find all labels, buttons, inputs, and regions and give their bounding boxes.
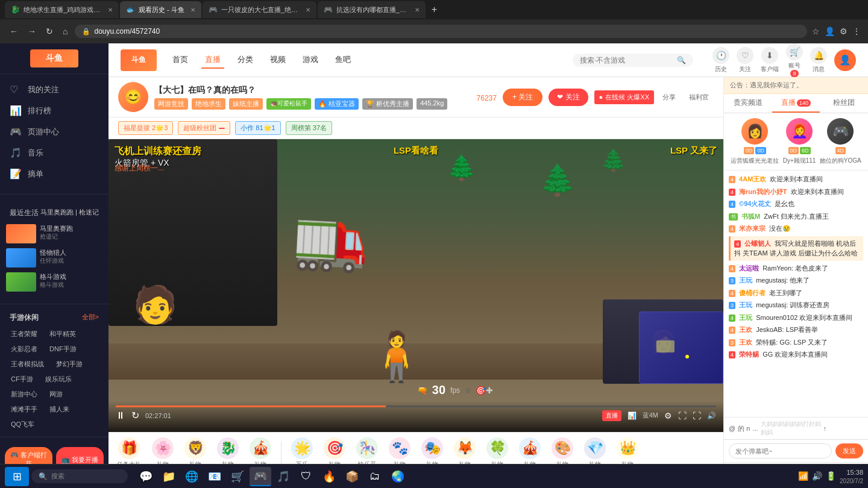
chat-tab-fans[interactable]: 粉丝团 (820, 94, 868, 113)
co-streamer-2[interactable]: 👩‍🦰 0D 6D Dy+顾现111 (783, 118, 816, 165)
tab-2[interactable]: 🐟 观看历史 - 斗鱼 ✕ (120, 1, 201, 18)
download-icon-item[interactable]: ⬇ 客户端 (761, 47, 779, 74)
see-all-button[interactable]: 全部> (82, 313, 99, 323)
address-bar[interactable]: 🔒 douyu.com/4572740 (75, 25, 807, 38)
game-tag-1[interactable]: 和平精英 (45, 328, 81, 340)
promo-tag-1[interactable]: 超级粉丝团 (178, 121, 230, 135)
heart-follow-button[interactable]: ❤ 关注 (549, 89, 588, 106)
tab-1-close[interactable]: ✕ (108, 7, 113, 13)
taskbar-icon-package[interactable]: 📦 (341, 467, 363, 486)
tab-3[interactable]: 🎮 一只彼皮的大七直播_绝地... ✕ (203, 1, 316, 18)
game-tag-9[interactable]: 网游 (45, 388, 68, 401)
recommend-item-3[interactable]: 格斗游戏 格斗游戏 (0, 270, 108, 294)
search-input[interactable] (580, 56, 673, 64)
tab-2-close[interactable]: ✕ (190, 7, 195, 13)
game-tag-4[interactable]: 王者模拟战 (6, 358, 49, 371)
new-tab-button[interactable]: + (427, 4, 442, 15)
co-streamer-3-badges: 4D (835, 147, 846, 154)
tab-3-close[interactable]: ✕ (306, 7, 310, 13)
bell-icon-item[interactable]: 🔔 消息 (810, 47, 827, 74)
chat-input[interactable] (729, 443, 832, 458)
sidebar-item-notes[interactable]: 📝 摘单 (0, 163, 108, 184)
msg-level-0: 4 (729, 176, 735, 183)
chat-tab-vip[interactable]: 贵宾频道 (724, 94, 772, 113)
promo-tag-2[interactable]: 小作 81🌟1 (235, 121, 280, 135)
home-button[interactable]: ⌂ (60, 24, 70, 39)
follow-button[interactable]: + 关注 (503, 89, 542, 106)
game-tag-8[interactable]: 新游中心 (6, 388, 42, 401)
theater-button[interactable]: ⛶ (678, 411, 687, 421)
taskbar-icon-globe[interactable]: 🌏 (387, 467, 409, 486)
taskbar-icon-music[interactable]: 🎵 (272, 467, 294, 486)
chat-tab-live[interactable]: 直播140 (772, 94, 820, 113)
game-tag-5[interactable]: 梦幻手游 (51, 358, 87, 371)
share-button[interactable]: 分享 (658, 90, 681, 104)
game-tag-11[interactable]: 捕人来 (45, 403, 74, 416)
co-streamer-3[interactable]: 🎮 4D 她位的狗YOGA (820, 118, 861, 165)
game-tag-12[interactable]: QQ飞车 (6, 418, 39, 431)
stream-info-bar: 😊 【大七】在吗？真的在吗？ 网游竞技 绝地求生 妹纸主播 🦔可爱松鼠手 🔥 桔… (108, 77, 723, 117)
sidebar-item-music[interactable]: 🎵 音乐 (0, 142, 108, 163)
menu-game[interactable]: 游戏 (299, 52, 322, 69)
menu-live[interactable]: 直播 (201, 52, 224, 69)
menu-fishbar[interactable]: 鱼吧 (332, 52, 354, 69)
game-vehicle-icon: 🚛 (291, 202, 370, 277)
game-tag-6[interactable]: CF手游 (6, 373, 38, 386)
volume-button[interactable]: 🔊 (707, 411, 716, 420)
play-pause-button[interactable]: ⏸ (116, 410, 125, 421)
game-tag-10[interactable]: 滩滩手手 (6, 403, 42, 416)
taskbar-icon-file[interactable]: 📁 (158, 467, 180, 486)
start-button[interactable]: ⊞ (5, 467, 29, 486)
msg-text-8: 老王到哪了 (769, 289, 802, 296)
streamer-avatar: 😊 (118, 82, 148, 112)
tab-4-close[interactable]: ✕ (415, 7, 420, 13)
stats-button[interactable]: 📊 (627, 411, 637, 420)
refresh-button[interactable]: ↻ (131, 410, 139, 421)
taskbar-icon-browser[interactable]: 🌐 (181, 467, 203, 486)
user-avatar[interactable]: 👤 (834, 49, 856, 71)
game-tag-0[interactable]: 王者荣耀 (6, 328, 42, 340)
taskbar-icon-security[interactable]: 🛡 (295, 467, 317, 486)
chat-send-button[interactable]: 发送 (835, 443, 863, 458)
taskbar-icon-game[interactable]: 🎮 (250, 467, 271, 486)
menu-icon[interactable]: ⋮ (852, 27, 861, 36)
shop-icon-item[interactable]: 🛒 账号 8 (786, 43, 803, 77)
promo-tag-0[interactable]: 福星提拔 2🌟3 (118, 121, 173, 135)
thanks-text: 感谢上周榜一... (115, 163, 164, 174)
tab-1[interactable]: 🐉 绝地求生直播_鸡鸡游戏视频解... ✕ (5, 1, 119, 18)
sidebar-item-follow[interactable]: ♡ 我的关注 (0, 79, 108, 100)
game-tag-2[interactable]: 火影忍者 (6, 343, 42, 355)
menu-home[interactable]: 首页 (169, 52, 192, 69)
taskbar-icon-chat[interactable]: 💬 (135, 467, 157, 486)
game-tag-3[interactable]: DNF手游 (45, 343, 81, 355)
welfare-button[interactable]: 福利官 (684, 90, 714, 104)
taskbar-icon-fire[interactable]: 🔥 (318, 467, 340, 486)
game-tag-7[interactable]: 娱乐玩乐 (40, 373, 77, 386)
back-button[interactable]: ← (7, 24, 20, 39)
gift-divider (281, 441, 281, 465)
co-streamer-1[interactable]: 👩 0D 0D 运营狐蝶光光老拉 (731, 118, 779, 165)
taskbar-search[interactable]: 🔍 搜索 (31, 469, 128, 483)
menu-video[interactable]: 视频 (266, 52, 289, 69)
recommend-item-1[interactable]: 马里奥赛跑 抢遗记 (0, 222, 108, 246)
bookmark-star-icon[interactable]: ☆ (812, 27, 820, 36)
sidebar-item-rank[interactable]: 📊 排行榜 (0, 100, 108, 121)
history-icon-item[interactable]: 🕐 历史 (712, 47, 729, 74)
promo-tag-3[interactable]: 周榜第 37名 (286, 121, 332, 135)
reload-button[interactable]: ↻ (43, 24, 55, 39)
taskbar-icon-mail[interactable]: 📧 (204, 467, 225, 486)
taskbar-icon-folder[interactable]: 🗂 (364, 467, 386, 486)
user-account-icon[interactable]: 👤 (825, 27, 835, 36)
tab-4[interactable]: 🎮 抗选没有内哪都直播_绝地求生直... ✕ (318, 1, 426, 18)
forward-button[interactable]: → (25, 24, 39, 39)
taskbar-icon-store[interactable]: 🛒 (227, 467, 248, 486)
extensions-icon[interactable]: ⚙ (840, 27, 848, 36)
quality-selector[interactable]: 蓝4M (643, 411, 658, 420)
sidebar-item-game-center[interactable]: 🎮 页游中心 (0, 121, 108, 142)
fullscreen-button[interactable]: ⛶ (693, 411, 701, 421)
settings-button[interactable]: ⚙ (664, 411, 672, 421)
favorite-icon-item[interactable]: ♡ 关注 (737, 47, 753, 74)
menu-category[interactable]: 分类 (234, 52, 257, 69)
recommend-item-2[interactable]: 怪物猎人 任怀游戏 (0, 246, 108, 270)
search-icon[interactable]: 🔍 (677, 56, 686, 64)
